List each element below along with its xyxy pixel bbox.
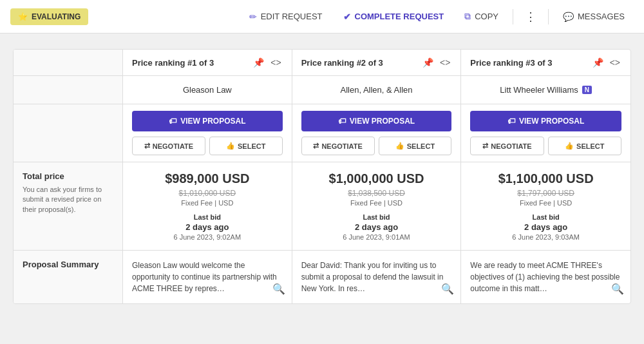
embed-icon-2[interactable]: <> [439, 56, 451, 69]
negotiate-button-3[interactable]: ⇄ NEGOTIATE [470, 137, 544, 155]
zoom-icon-1[interactable]: 🔍 [272, 282, 285, 297]
messages-button[interactable]: 💬 MESSAGES [554, 6, 634, 27]
thumbs-up-icon-1: 👍 [226, 142, 235, 150]
pin-icon-3[interactable]: 📌 [591, 56, 605, 69]
view-proposal-button-2[interactable]: 🏷 VIEW PROPOSAL [301, 111, 452, 131]
more-options-button[interactable]: ⋮ [518, 7, 543, 26]
price-cell-1: $989,000 USD $1,010,000 USD Fixed Fee | … [123, 162, 292, 250]
view-proposal-button-3[interactable]: 🏷 VIEW PROPOSAL [470, 111, 621, 131]
negotiate-icon-1: ⇄ [144, 142, 150, 150]
select-button-3[interactable]: 👍 SELECT [548, 137, 621, 155]
btn-cell-3: 🏷 VIEW PROPOSAL ⇄ NEGOTIATE 👍 SELECT [461, 104, 630, 162]
firm-name-row: Gleason Law Allen, Allen, & Allen Litt W… [14, 76, 630, 104]
ranking-header-1: Price ranking #1 of 3 📌 <> [123, 50, 292, 75]
ranking-header-row: Price ranking #1 of 3 📌 <> Price ranking… [14, 50, 630, 76]
toolbar-divider-2 [548, 9, 549, 24]
negotiate-button-2[interactable]: ⇄ NEGOTIATE [301, 137, 375, 155]
tag-icon-3: 🏷 [507, 117, 515, 126]
zoom-icon-2[interactable]: 🔍 [441, 282, 454, 297]
toolbar: ⭐ EVALUATING ✏ EDIT REQUEST ✔ COMPLETE R… [0, 0, 644, 33]
tag-icon-2: 🏷 [338, 117, 346, 126]
zoom-icon-3[interactable]: 🔍 [611, 282, 624, 297]
firm-cell-2: Allen, Allen, & Allen [292, 76, 462, 104]
embed-icon-1[interactable]: <> [269, 56, 282, 69]
header-empty-cell [14, 50, 123, 75]
btn-cell-2: 🏷 VIEW PROPOSAL ⇄ NEGOTIATE 👍 SELECT [292, 104, 462, 162]
negotiate-icon-2: ⇄ [313, 142, 319, 150]
btn-cell-1: 🏷 VIEW PROPOSAL ⇄ NEGOTIATE 👍 SELECT [123, 104, 292, 162]
star-icon: ⭐ [18, 12, 28, 21]
tag-icon-1: 🏷 [169, 117, 176, 126]
select-button-2[interactable]: 👍 SELECT [379, 137, 452, 155]
negotiate-button-1[interactable]: ⇄ NEGOTIATE [132, 137, 205, 155]
edit-request-button[interactable]: ✏ EDIT REQUEST [240, 6, 332, 27]
summary-row: Proposal Summary Gleason Law would welco… [14, 251, 630, 303]
complete-request-button[interactable]: ✔ COMPLETE REQUEST [334, 6, 453, 27]
summary-cell-2: Dear David: Thank you for inviting us to… [292, 251, 462, 303]
pin-icon-2[interactable]: 📌 [421, 56, 435, 69]
copy-button[interactable]: ⧉ COPY [455, 6, 507, 27]
embed-icon-3[interactable]: <> [609, 56, 621, 69]
summary-label-cell: Proposal Summary [14, 251, 123, 303]
toolbar-divider-1 [513, 9, 513, 24]
summary-cell-1: Gleason Law would welcome the opportunit… [123, 251, 292, 303]
ranking-table: Price ranking #1 of 3 📌 <> Price ranking… [13, 49, 631, 304]
price-cell-3: $1,100,000 USD $1,797,000 USD Fixed Fee … [461, 162, 630, 250]
price-label-cell: Total price You can ask your firms to su… [14, 162, 123, 250]
messages-icon: 💬 [563, 12, 574, 22]
firm-cell-3: Litt Wheeler Williams N [461, 76, 630, 104]
negotiate-icon-3: ⇄ [482, 142, 488, 150]
check-circle-icon: ✔ [343, 12, 351, 22]
edit-icon: ✏ [249, 12, 257, 22]
summary-cell-3: We are ready to meet ACME THREE's object… [461, 251, 630, 303]
thumbs-up-icon-3: 👍 [565, 142, 574, 150]
firm-badge-3: N [582, 86, 592, 94]
firm-empty-cell [14, 76, 123, 104]
copy-icon: ⧉ [464, 11, 471, 22]
thumbs-up-icon-2: 👍 [395, 142, 404, 150]
ranking-header-2: Price ranking #2 of 3 📌 <> [292, 50, 462, 75]
price-cell-2: $1,000,000 USD $1,038,500 USD Fixed Fee … [292, 162, 462, 250]
btn-empty-cell [14, 104, 123, 162]
button-row: 🏷 VIEW PROPOSAL ⇄ NEGOTIATE 👍 SELECT [14, 104, 630, 162]
select-button-1[interactable]: 👍 SELECT [209, 137, 283, 155]
pin-icon-1[interactable]: 📌 [252, 56, 265, 69]
main-content: Price ranking #1 of 3 📌 <> Price ranking… [0, 33, 644, 320]
ranking-header-3: Price ranking #3 of 3 📌 <> [461, 50, 630, 75]
price-row: Total price You can ask your firms to su… [14, 162, 630, 251]
evaluating-badge: ⭐ EVALUATING [10, 8, 88, 25]
view-proposal-button-1[interactable]: 🏷 VIEW PROPOSAL [132, 111, 283, 131]
firm-cell-1: Gleason Law [123, 76, 292, 104]
